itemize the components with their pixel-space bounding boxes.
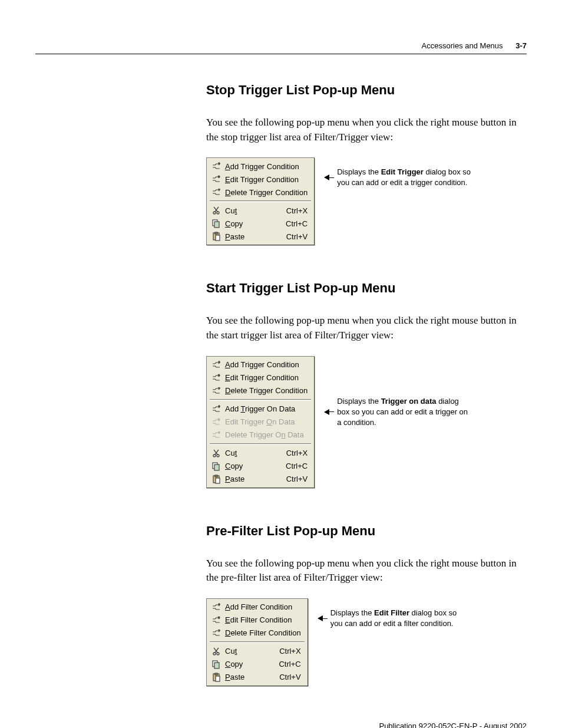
menu-item-accelerator: Ctrl+X [286,206,308,215]
callout-text: Displays the Edit Trigger dialog box so … [337,167,471,187]
menu-item[interactable]: Edit Filter Condition [209,614,306,627]
paste-icon [211,673,222,682]
copy-icon [211,660,222,669]
header-page: 3-7 [515,41,527,50]
menu-item: Edit Trigger On Data [209,416,312,429]
menu-item[interactable]: Edit Trigger Condition [209,173,312,186]
svg-rect-32 [216,478,220,483]
menu-item-accelerator: Ctrl+V [286,232,308,241]
add-icon [211,162,222,171]
popup-menu: Add Trigger Condition Edit Trigger Condi… [206,356,315,488]
menu-item[interactable]: PasteCtrl+V [209,473,312,486]
svg-rect-45 [215,673,217,675]
arrow-left-icon [324,409,329,415]
menu-item-label: Cut [225,206,269,215]
menu-item[interactable]: Delete Trigger Condition [209,384,312,397]
menu-item-label: Edit Trigger On Data [225,417,308,426]
menu-item[interactable]: CutCtrl+X [209,447,312,460]
menu-item-label: Copy [225,462,268,470]
menu-item-label: Copy [225,660,261,668]
copy-icon [211,462,222,471]
menu-item[interactable]: CutCtrl+X [209,204,312,217]
menu-item[interactable]: Delete Filter Condition [209,627,306,640]
menu-item[interactable]: CutCtrl+X [209,645,306,658]
svg-rect-13 [216,235,220,241]
menu-separator [210,399,311,401]
svg-point-39 [217,653,219,655]
menu-item-label: Cut [225,449,269,457]
menu-item[interactable]: Add Filter Condition [209,601,306,614]
menu-item-label: Add Trigger Condition [225,360,308,369]
menu-separator [210,641,305,643]
menu-item[interactable]: CopyCtrl+C [209,460,312,473]
menu-item-label: Delete Trigger Condition [225,188,308,197]
section-body: You see the following pop-up menu when y… [206,556,527,585]
menu-item-label: Paste [225,232,269,241]
menu-item-label: Paste [225,673,262,681]
section-heading: Stop Trigger List Pop-up Menu [206,83,527,98]
menu-item[interactable]: CopyCtrl+C [209,658,306,671]
copy-icon [211,219,222,228]
delete-icon [211,187,222,197]
svg-rect-46 [216,676,220,681]
menu-item-label: Edit Filter Condition [225,615,301,624]
svg-rect-10 [214,222,219,228]
cut-icon [211,449,222,458]
menu-item-accelerator: Ctrl+C [279,660,300,668]
svg-point-24 [213,454,216,457]
callout-text: Displays the Edit Filter dialog box so y… [330,608,457,628]
menu-item[interactable]: Delete Trigger Condition [209,186,312,199]
svg-rect-29 [214,465,219,470]
menu-item-label: Edit Trigger Condition [225,175,308,184]
menu-item[interactable]: Edit Trigger Condition [209,371,312,384]
svg-rect-43 [214,663,219,668]
menu-item-accelerator: Ctrl+V [279,673,300,681]
menu-item-label: Delete Trigger Condition [225,386,308,395]
menu-item-accelerator: Ctrl+V [286,475,308,483]
delete-icon [211,386,222,396]
delete-icon [211,628,222,638]
cut-icon [211,647,222,656]
callout: Displays the Edit Trigger dialog box so … [325,167,472,188]
paste-icon [211,475,222,484]
menu-item-label: Copy [225,219,268,228]
popup-menu: Add Filter Condition Edit Filter Conditi… [206,598,308,686]
svg-point-25 [217,454,219,457]
publication-footer: Publication 9220-052C-EN-P - August 2002 [35,722,527,728]
menu-item-label: Cut [225,647,262,655]
add-icon [211,602,222,612]
edit-icon [211,417,222,427]
menu-separator [210,443,311,445]
menu-item[interactable]: PasteCtrl+V [209,671,306,684]
menu-item-label: Paste [225,475,269,483]
svg-point-38 [213,653,216,655]
menu-item-label: Add Trigger Condition [225,162,308,171]
menu-item[interactable]: Add Trigger Condition [209,358,312,371]
menu-item-accelerator: Ctrl+X [279,647,300,655]
callout: Displays the Edit Filter dialog box so y… [319,608,466,629]
figure-row: Add Trigger Condition Edit Trigger Condi… [206,157,527,245]
figure-row: Add Trigger Condition Edit Trigger Condi… [206,356,527,488]
section-body: You see the following pop-up menu when y… [206,314,527,342]
menu-item-label: Add Filter Condition [225,602,301,611]
section-heading: Start Trigger List Pop-up Menu [206,281,527,296]
arrow-left-icon [324,174,329,180]
svg-rect-31 [215,475,217,477]
menu-item: Delete Trigger On Data [209,429,312,442]
callout-text: Displays the Trigger on data dialog box … [337,397,468,427]
section-heading: Pre-Filter List Pop-up Menu [206,523,527,539]
menu-item-accelerator: Ctrl+X [286,449,308,457]
menu-item[interactable]: PasteCtrl+V [209,230,312,243]
section-body: You see the following pop-up menu when y… [206,116,527,144]
add-icon [211,360,222,370]
svg-point-5 [213,212,216,214]
paste-icon [211,232,222,241]
menu-item-accelerator: Ctrl+C [286,462,308,470]
callout: Displays the Trigger on data dialog box … [325,396,472,429]
menu-item[interactable]: Add Trigger On Data [209,403,312,416]
menu-item[interactable]: Add Trigger Condition [209,160,312,173]
cut-icon [211,206,222,215]
menu-item-accelerator: Ctrl+C [286,219,308,228]
menu-item[interactable]: CopyCtrl+C [209,217,312,230]
edit-icon [211,615,222,625]
